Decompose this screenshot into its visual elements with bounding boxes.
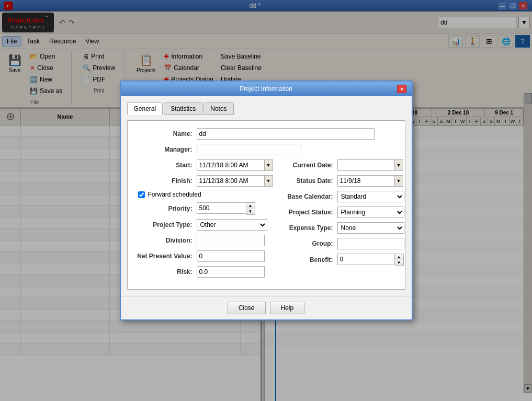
forward-scheduled-row: Forward scheduled <box>135 191 273 198</box>
dialog-title: Project Information <box>240 85 292 93</box>
forward-scheduled-label: Forward scheduled <box>148 191 201 198</box>
dialog-footer: Close Help <box>121 296 412 319</box>
status-date-label: Status Date: <box>284 177 333 185</box>
status-date-input[interactable] <box>337 175 395 187</box>
start-dropdown-button[interactable]: ▼ <box>265 159 273 171</box>
tab-general[interactable]: General <box>127 102 163 115</box>
project-status-row: Project Status: Planning Open Closed <box>284 207 404 218</box>
two-col-section: Start: ▼ Finish: ▼ <box>135 159 398 282</box>
dialog-close-icon-button[interactable]: ✕ <box>397 85 406 93</box>
left-col: Start: ▼ Finish: ▼ <box>135 159 273 282</box>
expense-type-label: Expense Type: <box>284 224 333 232</box>
tab-notes[interactable]: Notes <box>203 102 233 115</box>
finish-input[interactable] <box>197 175 265 187</box>
benefit-row: Benefit: ▲ ▼ <box>284 254 404 266</box>
division-label: Division: <box>135 237 193 244</box>
risk-row: Risk: <box>135 266 273 278</box>
manager-input[interactable] <box>197 144 301 155</box>
group-input[interactable] <box>337 238 404 249</box>
dialog-titlebar: Project Information ✕ <box>121 82 412 96</box>
right-col: Current Date: ▼ Status Date: ▼ <box>278 159 404 282</box>
base-calendar-select[interactable]: Standard 24 Hours Night Shift <box>337 191 404 202</box>
priority-down[interactable]: ▼ <box>246 209 255 214</box>
benefit-label: Benefit: <box>284 256 333 263</box>
expense-type-row: Expense Type: None Capital Operating <box>284 222 404 234</box>
forward-scheduled-checkbox[interactable] <box>138 191 145 198</box>
division-row: Division: <box>135 235 273 246</box>
start-input[interactable] <box>197 159 265 171</box>
expense-type-select[interactable]: None Capital Operating <box>337 222 404 234</box>
dialog-close-button[interactable]: Close <box>228 302 266 314</box>
start-label: Start: <box>135 162 193 169</box>
group-row: Group: <box>284 238 404 249</box>
current-date-group: ▼ <box>337 159 403 171</box>
project-status-label: Project Status: <box>284 209 333 216</box>
risk-label: Risk: <box>135 268 193 276</box>
npv-label: Net Present Value: <box>135 253 193 260</box>
benefit-up[interactable]: ▲ <box>395 254 403 260</box>
project-type-select[interactable]: Other Internal External <box>197 219 267 231</box>
dialog-content: General Statistics Notes Name: Manager: <box>121 96 412 296</box>
finish-dropdown-button[interactable]: ▼ <box>265 175 273 187</box>
benefit-group: ▲ ▼ <box>337 254 404 266</box>
name-input[interactable] <box>197 128 375 140</box>
start-input-group: ▼ <box>197 159 273 171</box>
dialog-form: Name: Manager: Start: <box>127 120 405 290</box>
priority-row: Priority: ▲ ▼ <box>135 202 273 215</box>
group-label: Group: <box>284 240 333 247</box>
priority-input[interactable] <box>197 202 246 214</box>
dialog-help-button[interactable]: Help <box>270 302 305 314</box>
project-type-row: Project Type: Other Internal External <box>135 219 273 231</box>
base-calendar-label: Base Calendar: <box>284 193 333 200</box>
current-date-dropdown[interactable]: ▼ <box>395 159 403 171</box>
finish-row: Finish: ▼ <box>135 175 273 187</box>
priority-up[interactable]: ▲ <box>246 203 255 209</box>
status-date-group: ▼ <box>337 175 403 187</box>
project-type-label: Project Type: <box>135 221 193 228</box>
priority-spinner[interactable]: ▲ ▼ <box>246 202 255 215</box>
current-date-label: Current Date: <box>284 162 333 169</box>
manager-row: Manager: <box>135 144 398 155</box>
tab-statistics[interactable]: Statistics <box>164 102 202 115</box>
manager-label: Manager: <box>135 146 193 153</box>
base-calendar-row: Base Calendar: Standard 24 Hours Night S… <box>284 191 404 202</box>
status-date-row: Status Date: ▼ <box>284 175 404 187</box>
name-label: Name: <box>135 130 193 138</box>
benefit-spinner[interactable]: ▲ ▼ <box>395 254 404 266</box>
npv-input[interactable] <box>197 250 265 262</box>
status-date-dropdown[interactable]: ▼ <box>395 175 403 187</box>
finish-label: Finish: <box>135 177 193 185</box>
npv-row: Net Present Value: <box>135 250 273 262</box>
modal-overlay: Project Information ✕ General Statistics… <box>0 0 532 401</box>
benefit-input[interactable] <box>337 254 395 265</box>
priority-label: Priority: <box>135 205 193 212</box>
finish-input-group: ▼ <box>197 175 273 187</box>
benefit-down[interactable]: ▼ <box>395 260 403 266</box>
name-row: Name: <box>135 128 398 140</box>
start-row: Start: ▼ <box>135 159 273 171</box>
division-input[interactable] <box>197 235 265 246</box>
risk-input[interactable] <box>197 266 265 278</box>
project-status-select[interactable]: Planning Open Closed <box>337 207 404 218</box>
dialog-tabs: General Statistics Notes <box>127 102 405 115</box>
project-information-dialog: Project Information ✕ General Statistics… <box>120 81 413 320</box>
current-date-input[interactable] <box>337 159 395 171</box>
priority-input-group: ▲ ▼ <box>197 202 255 215</box>
current-date-row: Current Date: ▼ <box>284 159 404 171</box>
